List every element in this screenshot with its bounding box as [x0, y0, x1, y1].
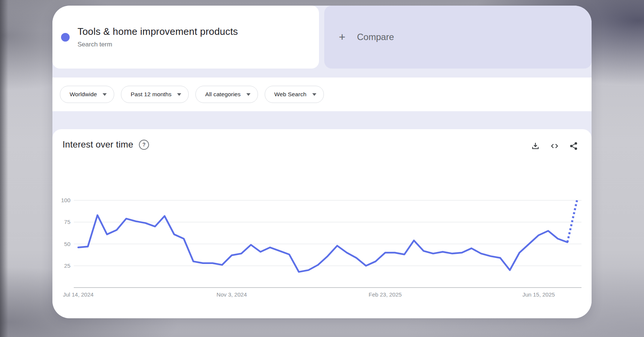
region-filter-dropdown[interactable]: Worldwide	[60, 86, 114, 103]
svg-text:Nov 3, 2024: Nov 3, 2024	[216, 291, 247, 298]
svg-text:100: 100	[61, 197, 70, 203]
help-icon[interactable]: ?	[139, 140, 149, 150]
svg-text:25: 25	[64, 262, 70, 269]
search-term-subtitle: Search term	[78, 41, 238, 48]
chevron-down-icon	[177, 93, 181, 96]
share-icon[interactable]	[569, 142, 578, 151]
filter-bar: Worldwide Past 12 months All categories …	[52, 78, 592, 111]
search-type-filter-dropdown[interactable]: Web Search	[265, 86, 324, 103]
region-filter-label: Worldwide	[70, 91, 97, 98]
svg-text:75: 75	[64, 219, 70, 225]
compare-card[interactable]: + Compare	[324, 6, 592, 69]
search-type-filter-label: Web Search	[274, 91, 307, 98]
svg-text:Jun 15, 2025: Jun 15, 2025	[522, 291, 555, 298]
svg-text:Jul 14, 2024: Jul 14, 2024	[63, 291, 94, 298]
svg-text:50: 50	[64, 241, 70, 247]
interest-over-time-chart[interactable]: 255075100Jul 14, 2024Nov 3, 2024Feb 23, …	[52, 129, 592, 318]
category-filter-dropdown[interactable]: All categories	[195, 86, 258, 103]
series-color-dot	[61, 33, 70, 42]
interest-over-time-card: 255075100Jul 14, 2024Nov 3, 2024Feb 23, …	[52, 129, 592, 318]
time-range-filter-label: Past 12 months	[131, 91, 171, 98]
chevron-down-icon	[246, 93, 250, 96]
svg-text:Feb 23, 2025: Feb 23, 2025	[368, 291, 401, 298]
embed-icon[interactable]	[550, 142, 559, 151]
trends-explore-panel: Tools & home improvement products Search…	[52, 6, 592, 318]
plus-icon: +	[339, 31, 346, 43]
download-icon[interactable]	[531, 142, 540, 151]
chevron-down-icon	[103, 93, 107, 96]
time-range-filter-dropdown[interactable]: Past 12 months	[121, 86, 189, 103]
search-term-title: Tools & home improvement products	[78, 26, 238, 37]
search-term-card[interactable]: Tools & home improvement products Search…	[52, 6, 319, 69]
category-filter-label: All categories	[205, 91, 240, 98]
section-title: Interest over time	[63, 139, 133, 150]
compare-label: Compare	[357, 32, 394, 42]
chevron-down-icon	[312, 93, 316, 96]
